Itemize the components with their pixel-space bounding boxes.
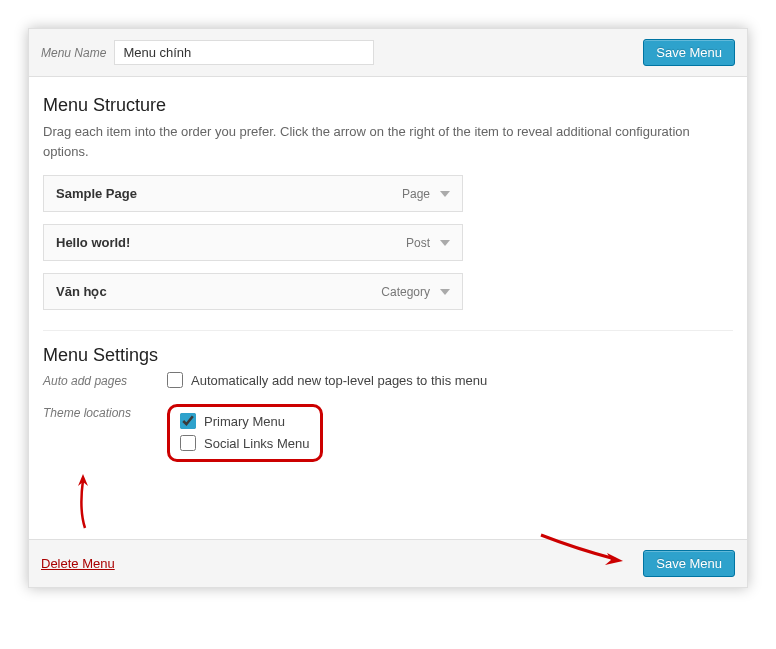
menu-item-type: Page [402, 187, 430, 201]
menu-footer: Delete Menu Save Menu [29, 539, 747, 587]
menu-name-label: Menu Name [41, 46, 106, 60]
social-links-checkbox[interactable] [180, 435, 196, 451]
primary-menu-checkbox[interactable] [180, 413, 196, 429]
menu-settings-title: Menu Settings [43, 345, 733, 366]
auto-add-checkbox[interactable] [167, 372, 183, 388]
menu-items-list: Sample Page Page Hello world! Post Văn h… [43, 175, 733, 310]
menu-item[interactable]: Hello world! Post [43, 224, 463, 261]
menu-name-input[interactable] [114, 40, 374, 65]
menu-item-type: Category [381, 285, 430, 299]
menu-structure-description: Drag each item into the order you prefer… [43, 122, 733, 161]
menu-item[interactable]: Sample Page Page [43, 175, 463, 212]
chevron-down-icon[interactable] [440, 191, 450, 197]
save-menu-button-top[interactable]: Save Menu [643, 39, 735, 66]
theme-location-text: Primary Menu [204, 414, 285, 429]
annotation-arrow-up-icon [71, 470, 95, 530]
menu-header: Menu Name Save Menu [29, 29, 747, 77]
menu-item-type: Post [406, 236, 430, 250]
chevron-down-icon[interactable] [440, 289, 450, 295]
auto-add-option-text: Automatically add new top-level pages to… [191, 373, 487, 388]
auto-add-option[interactable]: Automatically add new top-level pages to… [167, 372, 487, 388]
theme-locations-label: Theme locations [43, 404, 153, 420]
menu-item-title: Văn học [56, 284, 107, 299]
menu-structure-title: Menu Structure [43, 95, 733, 116]
theme-location-option[interactable]: Primary Menu [180, 413, 310, 429]
chevron-down-icon[interactable] [440, 240, 450, 246]
menu-item-title: Sample Page [56, 186, 137, 201]
menu-item-title: Hello world! [56, 235, 130, 250]
auto-add-pages-label: Auto add pages [43, 372, 153, 388]
theme-location-text: Social Links Menu [204, 436, 310, 451]
delete-menu-link[interactable]: Delete Menu [41, 556, 115, 571]
save-menu-button-bottom[interactable]: Save Menu [643, 550, 735, 577]
annotation-highlight-box: Primary Menu Social Links Menu [167, 404, 323, 462]
menu-item[interactable]: Văn học Category [43, 273, 463, 310]
theme-location-option[interactable]: Social Links Menu [180, 435, 310, 451]
